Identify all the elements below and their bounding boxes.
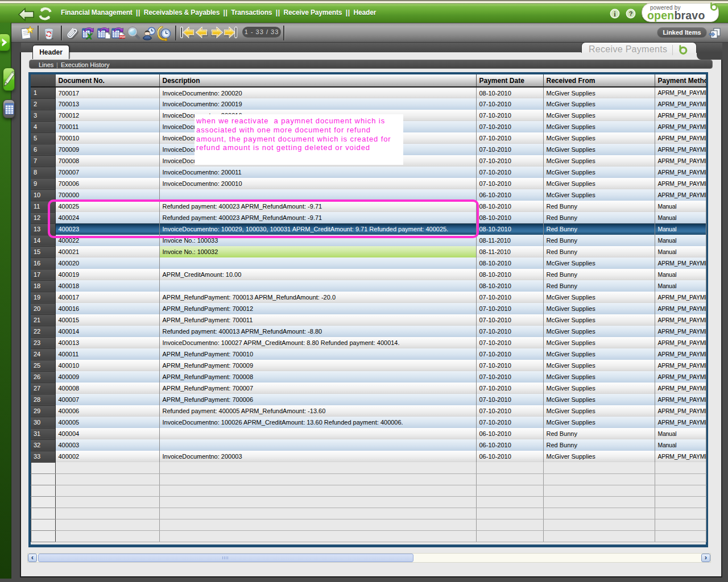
svg-text:?: ? bbox=[629, 10, 633, 17]
svg-text:PDF: PDF bbox=[119, 35, 125, 39]
svg-text:X: X bbox=[86, 31, 93, 40]
